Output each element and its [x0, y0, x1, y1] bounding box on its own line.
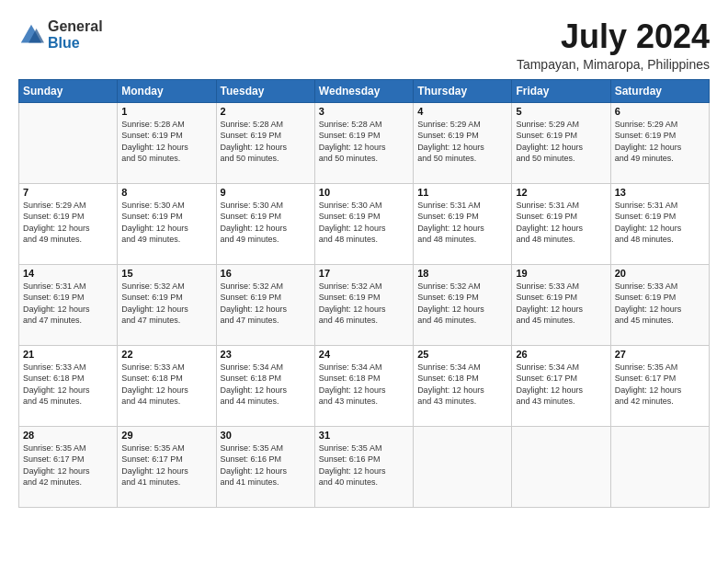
page: General Blue July 2024 Tampayan, Mimarop… — [0, 0, 728, 563]
week-row-2: 7Sunrise: 5:29 AM Sunset: 6:19 PM Daylig… — [19, 183, 710, 264]
logo-icon — [18, 22, 44, 48]
day-info: Sunrise: 5:28 AM Sunset: 6:19 PM Dayligh… — [221, 119, 311, 165]
day-info: Sunrise: 5:33 AM Sunset: 6:19 PM Dayligh… — [615, 281, 705, 327]
day-cell: 12Sunrise: 5:31 AM Sunset: 6:19 PM Dayli… — [512, 183, 610, 264]
day-info: Sunrise: 5:31 AM Sunset: 6:19 PM Dayligh… — [417, 200, 507, 246]
day-info: Sunrise: 5:29 AM Sunset: 6:19 PM Dayligh… — [516, 119, 606, 165]
day-cell: 15Sunrise: 5:32 AM Sunset: 6:19 PM Dayli… — [118, 264, 216, 345]
day-info: Sunrise: 5:35 AM Sunset: 6:16 PM Dayligh… — [319, 442, 409, 488]
logo-blue-text: Blue — [48, 35, 103, 52]
day-number: 30 — [221, 430, 311, 441]
day-info: Sunrise: 5:32 AM Sunset: 6:19 PM Dayligh… — [417, 281, 507, 327]
day-cell — [610, 426, 709, 507]
day-cell: 4Sunrise: 5:29 AM Sunset: 6:19 PM Daylig… — [414, 102, 512, 183]
day-number: 29 — [121, 430, 211, 441]
header: General Blue July 2024 Tampayan, Mimarop… — [18, 18, 710, 72]
day-info: Sunrise: 5:35 AM Sunset: 6:17 PM Dayligh… — [615, 362, 705, 408]
week-row-1: 1Sunrise: 5:28 AM Sunset: 6:19 PM Daylig… — [19, 102, 710, 183]
column-header-thursday: Thursday — [414, 79, 512, 102]
column-header-sunday: Sunday — [19, 79, 118, 102]
day-info: Sunrise: 5:33 AM Sunset: 6:19 PM Dayligh… — [516, 281, 606, 327]
day-cell: 28Sunrise: 5:35 AM Sunset: 6:17 PM Dayli… — [19, 426, 118, 507]
logo-text: General Blue — [48, 18, 103, 51]
day-cell: 11Sunrise: 5:31 AM Sunset: 6:19 PM Dayli… — [414, 183, 512, 264]
column-header-friday: Friday — [512, 79, 610, 102]
day-info: Sunrise: 5:34 AM Sunset: 6:18 PM Dayligh… — [417, 362, 507, 408]
day-number: 24 — [319, 349, 409, 360]
day-cell: 25Sunrise: 5:34 AM Sunset: 6:18 PM Dayli… — [414, 345, 512, 426]
day-cell: 3Sunrise: 5:28 AM Sunset: 6:19 PM Daylig… — [314, 102, 413, 183]
day-info: Sunrise: 5:30 AM Sunset: 6:19 PM Dayligh… — [319, 200, 409, 246]
day-info: Sunrise: 5:31 AM Sunset: 6:19 PM Dayligh… — [615, 200, 705, 246]
day-number: 19 — [516, 268, 606, 279]
calendar-table: SundayMondayTuesdayWednesdayThursdayFrid… — [18, 79, 710, 508]
day-number: 20 — [615, 268, 705, 279]
day-info: Sunrise: 5:31 AM Sunset: 6:19 PM Dayligh… — [23, 281, 113, 327]
day-number: 28 — [23, 430, 113, 441]
day-number: 5 — [516, 106, 606, 117]
logo-general-text: General — [48, 18, 103, 35]
day-number: 13 — [615, 187, 705, 198]
day-cell: 6Sunrise: 5:29 AM Sunset: 6:19 PM Daylig… — [610, 102, 709, 183]
day-number: 16 — [221, 268, 311, 279]
day-cell: 30Sunrise: 5:35 AM Sunset: 6:16 PM Dayli… — [216, 426, 314, 507]
day-info: Sunrise: 5:35 AM Sunset: 6:17 PM Dayligh… — [23, 442, 113, 488]
day-cell — [414, 426, 512, 507]
day-info: Sunrise: 5:35 AM Sunset: 6:17 PM Dayligh… — [121, 442, 211, 488]
column-header-saturday: Saturday — [610, 79, 709, 102]
day-cell: 8Sunrise: 5:30 AM Sunset: 6:19 PM Daylig… — [118, 183, 216, 264]
column-header-wednesday: Wednesday — [314, 79, 413, 102]
day-info: Sunrise: 5:32 AM Sunset: 6:19 PM Dayligh… — [319, 281, 409, 327]
day-number: 26 — [516, 349, 606, 360]
day-info: Sunrise: 5:30 AM Sunset: 6:19 PM Dayligh… — [221, 200, 311, 246]
day-info: Sunrise: 5:34 AM Sunset: 6:17 PM Dayligh… — [516, 362, 606, 408]
day-cell: 10Sunrise: 5:30 AM Sunset: 6:19 PM Dayli… — [314, 183, 413, 264]
day-info: Sunrise: 5:33 AM Sunset: 6:18 PM Dayligh… — [23, 362, 113, 408]
day-number: 25 — [417, 349, 507, 360]
day-cell: 9Sunrise: 5:30 AM Sunset: 6:19 PM Daylig… — [216, 183, 314, 264]
day-number: 11 — [417, 187, 507, 198]
day-info: Sunrise: 5:31 AM Sunset: 6:19 PM Dayligh… — [516, 200, 606, 246]
day-info: Sunrise: 5:32 AM Sunset: 6:19 PM Dayligh… — [121, 281, 211, 327]
day-info: Sunrise: 5:33 AM Sunset: 6:18 PM Dayligh… — [121, 362, 211, 408]
title-block: July 2024 Tampayan, Mimaropa, Philippine… — [517, 18, 710, 72]
day-number: 18 — [417, 268, 507, 279]
day-cell: 20Sunrise: 5:33 AM Sunset: 6:19 PM Dayli… — [610, 264, 709, 345]
day-cell — [512, 426, 610, 507]
day-number: 10 — [319, 187, 409, 198]
day-number: 12 — [516, 187, 606, 198]
day-info: Sunrise: 5:28 AM Sunset: 6:19 PM Dayligh… — [319, 119, 409, 165]
day-cell: 23Sunrise: 5:34 AM Sunset: 6:18 PM Dayli… — [216, 345, 314, 426]
day-cell: 16Sunrise: 5:32 AM Sunset: 6:19 PM Dayli… — [216, 264, 314, 345]
day-number: 6 — [615, 106, 705, 117]
main-title: July 2024 — [517, 18, 710, 55]
day-cell: 2Sunrise: 5:28 AM Sunset: 6:19 PM Daylig… — [216, 102, 314, 183]
week-row-5: 28Sunrise: 5:35 AM Sunset: 6:17 PM Dayli… — [19, 426, 710, 507]
day-number: 14 — [23, 268, 113, 279]
week-row-3: 14Sunrise: 5:31 AM Sunset: 6:19 PM Dayli… — [19, 264, 710, 345]
week-row-4: 21Sunrise: 5:33 AM Sunset: 6:18 PM Dayli… — [19, 345, 710, 426]
day-cell: 17Sunrise: 5:32 AM Sunset: 6:19 PM Dayli… — [314, 264, 413, 345]
day-cell: 14Sunrise: 5:31 AM Sunset: 6:19 PM Dayli… — [19, 264, 118, 345]
day-info: Sunrise: 5:34 AM Sunset: 6:18 PM Dayligh… — [221, 362, 311, 408]
day-cell: 26Sunrise: 5:34 AM Sunset: 6:17 PM Dayli… — [512, 345, 610, 426]
day-number: 27 — [615, 349, 705, 360]
day-number: 4 — [417, 106, 507, 117]
day-info: Sunrise: 5:34 AM Sunset: 6:18 PM Dayligh… — [319, 362, 409, 408]
day-cell: 21Sunrise: 5:33 AM Sunset: 6:18 PM Dayli… — [19, 345, 118, 426]
day-number: 22 — [121, 349, 211, 360]
header-row: SundayMondayTuesdayWednesdayThursdayFrid… — [19, 79, 710, 102]
day-info: Sunrise: 5:29 AM Sunset: 6:19 PM Dayligh… — [615, 119, 705, 165]
day-number: 3 — [319, 106, 409, 117]
day-info: Sunrise: 5:29 AM Sunset: 6:19 PM Dayligh… — [417, 119, 507, 165]
day-cell: 24Sunrise: 5:34 AM Sunset: 6:18 PM Dayli… — [314, 345, 413, 426]
day-cell — [19, 102, 118, 183]
day-number: 17 — [319, 268, 409, 279]
day-number: 23 — [221, 349, 311, 360]
day-cell: 27Sunrise: 5:35 AM Sunset: 6:17 PM Dayli… — [610, 345, 709, 426]
day-info: Sunrise: 5:32 AM Sunset: 6:19 PM Dayligh… — [221, 281, 311, 327]
subtitle: Tampayan, Mimaropa, Philippines — [517, 57, 710, 72]
day-number: 2 — [221, 106, 311, 117]
day-number: 15 — [121, 268, 211, 279]
day-cell: 29Sunrise: 5:35 AM Sunset: 6:17 PM Dayli… — [118, 426, 216, 507]
